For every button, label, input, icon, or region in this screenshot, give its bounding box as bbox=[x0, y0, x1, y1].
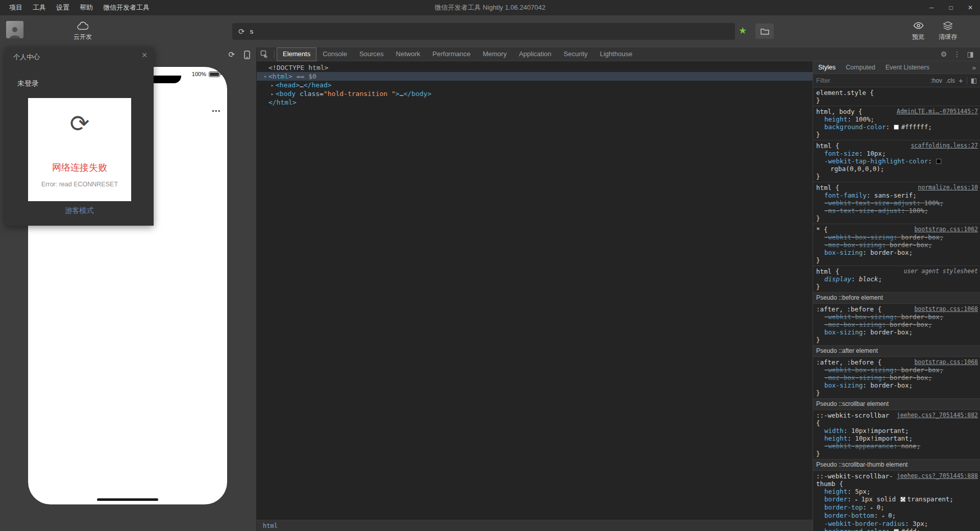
preview-button[interactable]: 预览 bbox=[904, 19, 933, 41]
rule-selector[interactable]: html, body bbox=[816, 108, 854, 115]
css-declaration[interactable]: box-sizing: border-box; bbox=[816, 328, 978, 336]
refresh-icon[interactable]: ⟳ bbox=[238, 27, 245, 36]
rule-selector[interactable]: html bbox=[816, 268, 831, 275]
menu-item[interactable]: 工具 bbox=[28, 0, 51, 15]
color-swatch[interactable] bbox=[900, 497, 905, 502]
color-swatch[interactable] bbox=[894, 529, 899, 531]
css-declaration[interactable]: height: 10px!important; bbox=[816, 435, 978, 442]
css-declaration[interactable]: -moz-box-sizing: border-box; bbox=[816, 241, 978, 249]
dom-tree-row[interactable]: </html> bbox=[257, 98, 813, 107]
sim-device-button[interactable] bbox=[244, 51, 250, 59]
rule-selector[interactable]: ::-webkit-scrollbar-thumb bbox=[816, 472, 893, 488]
css-declaration[interactable]: -ms-text-size-adjust: 100%; bbox=[816, 207, 978, 214]
css-declaration[interactable]: box-sizing: border-box; bbox=[816, 249, 978, 256]
css-declaration[interactable]: -webkit-text-size-adjust: 100%; bbox=[816, 199, 978, 207]
address-bar[interactable]: ⟳ bbox=[232, 23, 735, 40]
tab-sources[interactable]: Sources bbox=[353, 47, 390, 61]
tab-console[interactable]: Console bbox=[316, 47, 353, 61]
css-declaration[interactable]: -moz-box-sizing: border-box; bbox=[816, 321, 978, 328]
css-declaration[interactable]: -moz-box-sizing: border-box; bbox=[816, 374, 978, 381]
stylesheet-link[interactable]: jeehep.css?_7051445:882 bbox=[897, 412, 978, 419]
pseudo-state-button[interactable]: :hov bbox=[930, 77, 942, 84]
css-declaration[interactable]: -webkit-tap-highlight-color: rgba(0,0,0,… bbox=[816, 157, 978, 173]
tab-performance[interactable]: Performance bbox=[426, 47, 476, 61]
styles-tab-event-listeners[interactable]: Event Listeners bbox=[880, 61, 935, 74]
rule-selector[interactable]: ::-webkit-scrollbar bbox=[816, 412, 889, 419]
tab-security[interactable]: Security bbox=[557, 47, 594, 61]
class-toggle-button[interactable]: .cls bbox=[946, 77, 955, 84]
stylesheet-link[interactable]: AdminLTE.mi…-07051445:7 bbox=[897, 108, 978, 115]
menu-item[interactable]: 设置 bbox=[51, 0, 75, 15]
css-declaration[interactable]: display: block; bbox=[816, 275, 978, 283]
stylesheet-link[interactable]: bootstrap.css:1062 bbox=[914, 226, 978, 233]
dock-side-button[interactable]: ◨ bbox=[964, 50, 977, 58]
expand-right-icon[interactable]: ▸ bbox=[269, 81, 276, 90]
maximize-button[interactable]: □ bbox=[941, 0, 961, 15]
css-declaration[interactable]: -webkit-box-sizing: border-box; bbox=[816, 233, 978, 241]
rule-selector[interactable]: :after, :before bbox=[816, 305, 874, 313]
stylesheet-link[interactable]: scaffolding.less:27 bbox=[911, 142, 978, 150]
css-declaration[interactable]: box-sizing: border-box; bbox=[816, 381, 978, 389]
overflow-chevron-icon[interactable]: » bbox=[972, 64, 976, 71]
clear-cache-button[interactable]: 清缓存 bbox=[932, 19, 964, 41]
css-declaration[interactable]: border-top: ▸ 0; bbox=[816, 503, 978, 512]
expand-value-icon[interactable]: ▸ bbox=[882, 513, 888, 519]
css-declaration[interactable]: -webkit-box-sizing: border-box; bbox=[816, 313, 978, 321]
expand-value-icon[interactable]: ▸ bbox=[855, 497, 861, 502]
favorite-star-icon[interactable]: ★ bbox=[739, 25, 747, 36]
rule-selector[interactable]: html bbox=[816, 142, 831, 150]
tab-memory[interactable]: Memory bbox=[477, 47, 513, 61]
css-declaration[interactable]: width: 10px!important; bbox=[816, 427, 978, 435]
address-input[interactable] bbox=[250, 28, 729, 35]
styles-tab-styles[interactable]: Styles bbox=[813, 61, 841, 74]
user-avatar[interactable] bbox=[6, 21, 23, 38]
css-declaration[interactable]: -webkit-appearance: none; bbox=[816, 442, 978, 450]
guest-mode-link[interactable]: 游客模式 bbox=[5, 206, 154, 215]
tab-network[interactable]: Network bbox=[390, 47, 427, 61]
styles-tab-computed[interactable]: Computed bbox=[841, 61, 880, 74]
css-declaration[interactable]: -webkit-box-sizing: border-box; bbox=[816, 366, 978, 374]
expand-value-icon[interactable]: ▸ bbox=[870, 505, 876, 511]
new-style-rule-button[interactable]: + bbox=[959, 76, 963, 85]
cloud-dev-button[interactable]: 云开发 bbox=[67, 19, 98, 41]
rule-selector[interactable]: html bbox=[816, 184, 831, 191]
color-swatch[interactable] bbox=[936, 159, 941, 164]
minimize-button[interactable]: ─ bbox=[922, 0, 941, 15]
css-declaration[interactable]: background-color: #ddd; bbox=[816, 527, 978, 531]
rule-selector[interactable]: element.style bbox=[816, 89, 866, 96]
stylesheet-link[interactable]: bootstrap.css:1068 bbox=[914, 305, 978, 313]
menu-item[interactable]: 微信开发者工具 bbox=[98, 0, 155, 15]
open-folder-button[interactable] bbox=[755, 23, 774, 39]
menu-item[interactable]: 帮助 bbox=[75, 0, 98, 15]
panel-toggle-icon[interactable]: ◧ bbox=[971, 77, 977, 84]
stylesheet-link[interactable]: bootstrap.css:1068 bbox=[914, 358, 978, 366]
settings-button[interactable]: ⚙ bbox=[937, 50, 950, 58]
css-declaration[interactable]: border-bottom: ▸ 0; bbox=[816, 512, 978, 520]
filter-input[interactable] bbox=[816, 77, 927, 84]
css-declaration[interactable]: height: 5px; bbox=[816, 488, 978, 495]
menu-item[interactable]: 项目 bbox=[4, 0, 28, 15]
stylesheet-link[interactable]: normalize.less:10 bbox=[918, 184, 978, 191]
close-button[interactable]: ✕ bbox=[961, 0, 980, 15]
dom-tree-row[interactable]: ▾<html> == $0 bbox=[257, 72, 813, 81]
rule-selector[interactable]: * bbox=[816, 226, 820, 233]
css-declaration[interactable]: font-family: sans-serif; bbox=[816, 191, 978, 199]
dom-tree-row[interactable]: ▸<body class="hold-transition ">…</body> bbox=[257, 89, 813, 98]
tab-elements[interactable]: Elements bbox=[277, 47, 316, 61]
dom-tree-row[interactable]: ▸<head>…</head> bbox=[257, 81, 813, 89]
sim-refresh-button[interactable]: ⟳ bbox=[228, 50, 235, 59]
inspect-button[interactable] bbox=[257, 50, 272, 58]
breadcrumb-html[interactable]: html bbox=[263, 522, 278, 529]
tab-application[interactable]: Application bbox=[513, 47, 558, 61]
css-declaration[interactable]: font-size: 10px; bbox=[816, 150, 978, 157]
stylesheet-link[interactable]: jeehep.css?_7051445:888 bbox=[897, 472, 978, 480]
popup-close-button[interactable]: ✕ bbox=[141, 51, 148, 59]
menu-dots-icon[interactable]: ••• bbox=[212, 108, 221, 114]
css-declaration[interactable]: background-color: #ffffff; bbox=[816, 123, 978, 131]
dom-tree-row[interactable]: <!DOCTYPE html> bbox=[257, 63, 813, 72]
more-options-button[interactable]: ⋮ bbox=[950, 50, 964, 58]
css-declaration[interactable]: -webkit-border-radius: 3px; bbox=[816, 520, 978, 527]
rule-selector[interactable]: :after, :before bbox=[816, 358, 874, 366]
expand-right-icon[interactable]: ▸ bbox=[269, 90, 276, 99]
color-swatch[interactable] bbox=[894, 125, 899, 130]
